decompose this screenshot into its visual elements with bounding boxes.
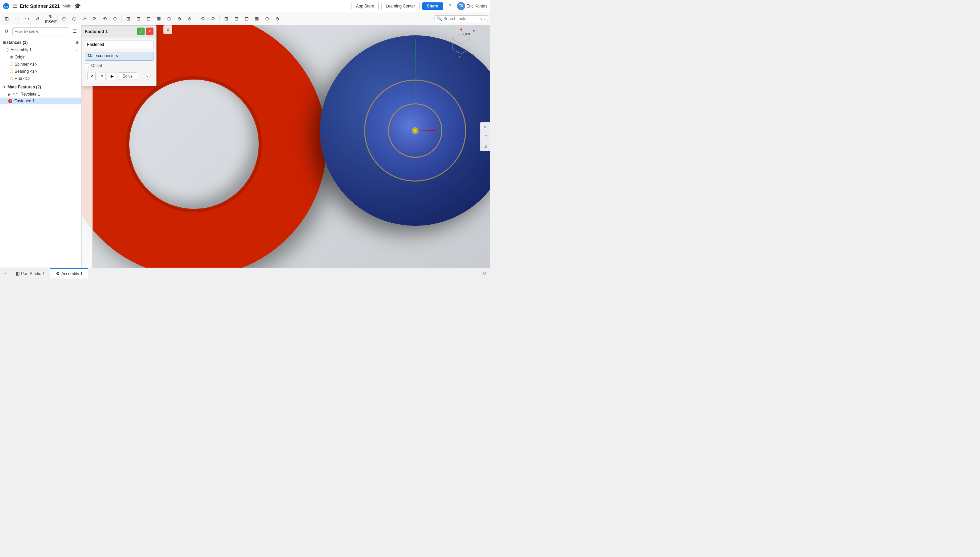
svg-marker-7: [460, 29, 462, 29]
toolbar-btn7[interactable]: ⟲: [100, 14, 109, 23]
part-icon-bearing: ⬡: [10, 69, 13, 74]
tree-item-fastened1[interactable]: ! Fastened 1: [0, 98, 81, 104]
offset-row: Offset: [85, 63, 154, 68]
toolbar-rebuild-btn[interactable]: ↺: [33, 14, 42, 23]
tab-assembly1[interactable]: ⚙ Assembly 1: [51, 268, 88, 278]
toolbar-insert-btn[interactable]: ⊕ Insert: [46, 14, 56, 23]
sidebar: ⚙ ☰ Instances (3) ⊕ ⬡ Assembly 1 ⊕ ⊕ Ori…: [0, 25, 82, 268]
tree-label-revolute1: Revolute 1: [20, 92, 40, 96]
svg-line-4: [461, 39, 470, 44]
assembly-icon: ⬡: [5, 47, 9, 52]
vp-panel-btn2[interactable]: ⬚: [480, 132, 490, 142]
red-axis-line: [415, 130, 436, 131]
rotate-icon-btn[interactable]: ↻: [98, 72, 106, 80]
toolbar-btn14[interactable]: ⊛: [175, 14, 184, 23]
scene-background: Front Bottom ▶ ▼ ≡ ⬚ ◫ Fastened 1 ✓: [82, 25, 490, 268]
add-tab-button[interactable]: +: [0, 268, 10, 278]
toolbar-btn3[interactable]: ⊙: [59, 14, 69, 23]
part-studio-tab-icon: ◧: [16, 271, 20, 276]
toolbar-btn23[interactable]: ⊛: [273, 14, 282, 23]
svg-text:OS: OS: [4, 5, 8, 8]
toolbar-mate-btn[interactable]: ⊞: [124, 14, 133, 23]
revolute-icon: ↻↻: [12, 92, 18, 96]
solve-button[interactable]: Solve: [118, 72, 137, 80]
toolbar-btn12[interactable]: ⊠: [154, 14, 164, 23]
tree-item-spinner[interactable]: ⬡ Spinner <1>: [0, 60, 81, 68]
logo[interactable]: OS: [3, 3, 10, 10]
toolbar: ⊞ ↩ ↪ ↺ ⊕ Insert ⊙ ⬡ ↗ ⟳ ⟲ ⊕ ⊞ ⊡ ⊟ ⊠ ⊝ ⊛…: [0, 12, 490, 25]
tree-item-origin[interactable]: ⊕ Origin: [0, 54, 81, 60]
dialog-confirm-button[interactable]: ✓: [137, 28, 145, 35]
toolbar-btn6[interactable]: ⟳: [90, 14, 100, 23]
toolbar-btn16[interactable]: ⚙: [198, 14, 207, 23]
tree-item-bearing[interactable]: ⬡ Bearing <1>: [0, 68, 81, 75]
search-input[interactable]: [443, 16, 477, 21]
mortarboard-icon[interactable]: 🎓: [74, 3, 81, 9]
dialog-help-button[interactable]: ?: [144, 73, 151, 80]
help-button[interactable]: ?: [446, 2, 454, 10]
navbar: OS ☰ Eric Spinner 2021 Main 🎓 App Store …: [0, 0, 490, 12]
error-indicator: !: [8, 99, 12, 103]
viewport[interactable]: Front Bottom ▶ ▼ ≡ ⬚ ◫ Fastened 1 ✓: [82, 25, 490, 268]
toolbar-btn8[interactable]: ⊕: [110, 14, 120, 23]
toolbar-undo-btn[interactable]: ↩: [12, 14, 22, 23]
sep1: [44, 15, 44, 22]
toolbar-btn5[interactable]: ↗: [80, 14, 89, 23]
toolbar-btn15[interactable]: ⊗: [185, 14, 194, 23]
mate-connectors-field[interactable]: Mate connectors: [85, 52, 154, 60]
toolbar-btn21[interactable]: ⊠: [252, 14, 262, 23]
toolbar-btn11[interactable]: ⊟: [144, 14, 154, 23]
dialog-footer: ↗ ↻ ▶ Solve ?: [85, 71, 154, 83]
toolbar-properties-btn[interactable]: ⊞: [2, 14, 11, 23]
mate-features-header[interactable]: ▼ Mate Features (2): [0, 83, 81, 91]
username-label: Eric Kontos: [467, 4, 487, 8]
share-button[interactable]: Share: [422, 2, 443, 10]
vp-panel-btn1[interactable]: ≡: [480, 122, 490, 132]
tree-item-hub[interactable]: ⬡ Hub <1>: [0, 75, 81, 82]
learningcenter-button[interactable]: Learning Center: [381, 2, 420, 10]
toolbar-btn18[interactable]: ⊞: [222, 14, 231, 23]
fastened-type-select[interactable]: Fastened: [85, 40, 154, 49]
animate-icon-btn[interactable]: ▶: [108, 72, 116, 80]
svg-line-3: [452, 39, 461, 44]
tab-part-studio[interactable]: ◧ Part Studio 1: [10, 268, 51, 278]
sidebar-filter-icon[interactable]: ⚙: [2, 27, 11, 36]
part-icon-spinner: ⬡: [10, 62, 13, 67]
toolbar-btn10[interactable]: ⊡: [134, 14, 143, 23]
appstore-button[interactable]: App Store: [351, 2, 378, 10]
toolbar-btn20[interactable]: ⊟: [242, 14, 252, 23]
settings-tab-button[interactable]: ⚙: [480, 268, 490, 278]
search-shortcut: ⌥ c: [479, 17, 485, 20]
tree-item-revolute1[interactable]: ▶ ↻↻ Revolute 1: [0, 91, 81, 98]
tree-item-assembly1[interactable]: ⬡ Assembly 1 ⊕: [0, 46, 81, 54]
part-icon-hub: ⬡: [10, 76, 13, 81]
toolbar-btn19[interactable]: ⊡: [232, 14, 241, 23]
part-studio-tab-label: Part Studio 1: [21, 271, 44, 276]
toolbar-redo-btn[interactable]: ↪: [23, 14, 32, 23]
menu-hamburger[interactable]: ☰: [12, 3, 17, 9]
orient-bottom-label: Bottom: [466, 54, 474, 57]
toolbar-btn4[interactable]: ⬡: [69, 14, 79, 23]
user-menu[interactable]: EK Eric Kontos: [457, 2, 487, 10]
sidebar-list-icon[interactable]: ☰: [70, 27, 79, 36]
bottom-tabs: + ◧ Part Studio 1 ⚙ Assembly 1 ⚙: [0, 268, 490, 278]
project-title: Eric Spinner 2021: [20, 3, 60, 9]
dialog-title: Fastened 1: [85, 29, 108, 34]
orientation-widget[interactable]: Front Bottom ▶ ▼: [446, 29, 473, 56]
vp-panel-btn3[interactable]: ◫: [480, 142, 490, 151]
toolbar-btn17[interactable]: ⚙: [208, 14, 218, 23]
dialog-header: Fastened 1 ✓ ✕: [82, 26, 156, 37]
dialog-header-buttons: ✓ ✕: [137, 28, 154, 35]
toolbar-btn13[interactable]: ⊝: [164, 14, 174, 23]
dialog-close-button[interactable]: ✕: [146, 28, 154, 35]
mate-connectors-label: Mate connectors: [88, 54, 118, 58]
flip-icon-btn[interactable]: ↗: [87, 72, 96, 80]
blue-disk-shape: [320, 35, 490, 226]
mate-features-chevron: ▼: [3, 85, 6, 89]
instances-header: Instances (3) ⊕: [0, 39, 81, 46]
viewport-grid-button[interactable]: ≡: [163, 25, 172, 34]
offset-checkbox[interactable]: [85, 64, 89, 68]
toolbar-btn22[interactable]: ⊝: [262, 14, 272, 23]
filter-input[interactable]: [12, 27, 69, 35]
fastened-dialog: Fastened 1 ✓ ✕ Fastened Mate: [82, 25, 157, 86]
